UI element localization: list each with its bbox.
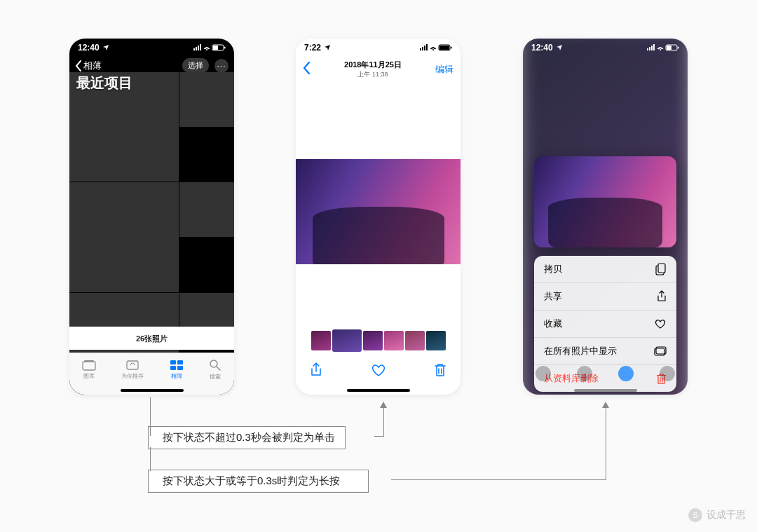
photo-thumb[interactable] (179, 72, 234, 127)
thumbnail-strip[interactable] (296, 329, 461, 353)
share-icon (657, 290, 667, 303)
status-time-text: 12:40 (78, 43, 100, 53)
tab-library[interactable]: 图库 (82, 360, 96, 380)
back-label: 相薄 (83, 60, 102, 72)
blur-tab (536, 366, 551, 381)
svg-rect-22 (439, 46, 449, 50)
photo-thumb[interactable] (69, 182, 179, 292)
connector-line (383, 407, 384, 437)
svg-rect-9 (84, 360, 94, 362)
share-button[interactable] (310, 362, 322, 378)
favorite-button[interactable] (371, 363, 386, 377)
menu-label: 共享 (544, 290, 562, 303)
tab-label: 搜索 (210, 373, 221, 381)
menu-share[interactable]: 共享 (534, 283, 676, 311)
select-button[interactable]: 选择 (182, 58, 209, 73)
home-indicator[interactable] (347, 389, 410, 392)
connector-line (374, 436, 384, 437)
strip-thumb[interactable] (363, 331, 383, 350)
watermark: S 设成于思 (688, 508, 746, 522)
watermark-icon: S (688, 508, 702, 522)
svg-rect-14 (177, 366, 183, 370)
tab-bar: 图库 为你推荐 相簿 搜索 (69, 353, 234, 395)
connector-line (606, 407, 606, 480)
annotation-longpress-text: 按下状态大于或等于0.3s时判定为长按 (163, 475, 340, 486)
arrow-head (602, 402, 609, 408)
status-time-text: 12:40 (531, 43, 553, 53)
svg-rect-25 (649, 47, 650, 50)
heart-icon (371, 363, 386, 377)
blur-tab-active (618, 366, 634, 381)
copy-icon (655, 263, 667, 275)
strip-thumb[interactable] (405, 331, 425, 350)
connector-line (391, 479, 606, 480)
strip-thumb-selected[interactable] (332, 329, 362, 352)
menu-label: 拷贝 (544, 263, 562, 275)
back-button[interactable] (303, 62, 311, 78)
strip-thumb[interactable] (311, 331, 331, 350)
photo-count: 26张照片 (69, 327, 234, 350)
strip-thumb[interactable] (384, 331, 404, 350)
svg-rect-0 (193, 48, 195, 50)
status-indicators (647, 44, 679, 51)
library-icon (82, 360, 96, 371)
strip-thumb[interactable] (426, 331, 446, 350)
status-time: 12:40 (531, 43, 563, 53)
status-indicators (193, 44, 226, 51)
date-line1: 2018年11月25日 (344, 60, 402, 70)
more-button[interactable]: ··· (214, 59, 229, 73)
back-button[interactable]: 相薄 (75, 60, 102, 72)
home-indicator[interactable] (121, 389, 184, 392)
album-title: 最近项目 (76, 74, 132, 93)
location-icon (102, 44, 109, 51)
svg-rect-2 (198, 46, 199, 50)
photo-date: 2018年11月25日 上午 11:38 (344, 60, 402, 79)
blur-tab (660, 366, 675, 381)
arrow-head (380, 402, 387, 408)
tab-label: 为你推荐 (121, 372, 144, 380)
location-icon (556, 44, 563, 51)
blur-tab (577, 366, 592, 381)
home-indicator[interactable] (574, 389, 637, 392)
svg-rect-6 (213, 46, 218, 50)
svg-rect-10 (127, 361, 138, 369)
photo-thumb[interactable] (179, 182, 234, 237)
status-bar: 12:40 (523, 39, 688, 57)
tab-label: 相簿 (171, 372, 182, 380)
photo-view[interactable] (296, 159, 461, 264)
status-time: 7:22 (304, 43, 331, 53)
svg-rect-19 (426, 44, 428, 50)
connector-line (150, 397, 151, 436)
status-time-text: 7:22 (304, 43, 321, 53)
tab-for-you[interactable]: 为你推荐 (121, 360, 144, 380)
status-bar: 7:22 (296, 39, 461, 57)
svg-rect-12 (177, 360, 183, 364)
status-indicators (420, 44, 452, 51)
phone-detail: 7:22 2018年11月25日 上午 11:38 编辑 (296, 39, 461, 395)
svg-rect-3 (200, 44, 201, 50)
svg-rect-30 (667, 46, 671, 50)
tab-search[interactable]: 搜索 (209, 359, 221, 381)
svg-rect-13 (170, 366, 176, 370)
edit-button[interactable]: 编辑 (435, 63, 453, 76)
svg-point-20 (432, 49, 434, 50)
menu-copy[interactable]: 拷贝 (534, 256, 676, 283)
for-you-icon (125, 360, 139, 371)
blurred-tabbar (523, 353, 688, 395)
phone-albums: 12:40 相薄 选择 ··· 最近项目 26张照片 (69, 39, 234, 395)
menu-label: 收藏 (544, 318, 562, 330)
menu-favorite[interactable]: 收藏 (534, 311, 676, 338)
heart-icon (654, 318, 667, 329)
location-icon (324, 44, 331, 51)
delete-button[interactable] (434, 363, 446, 377)
tab-albums[interactable]: 相簿 (170, 360, 184, 380)
chevron-left-icon (303, 62, 311, 74)
svg-point-28 (660, 49, 661, 50)
svg-rect-31 (678, 47, 679, 49)
watermark-text: 设成于思 (707, 509, 746, 521)
svg-point-4 (206, 49, 207, 50)
phone-context-menu: 12:40 拷贝 共享 收藏 在所有照片中显示 从资料库删除 (523, 39, 688, 395)
svg-rect-23 (451, 47, 452, 49)
preview-card[interactable] (534, 156, 676, 247)
svg-rect-1 (196, 47, 197, 50)
